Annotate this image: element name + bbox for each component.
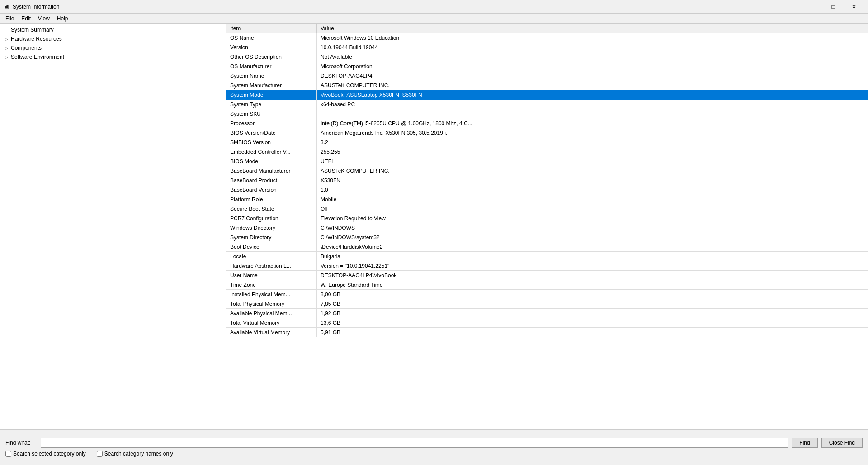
table-row[interactable]: Installed Physical Mem...8,00 GB bbox=[226, 290, 868, 299]
cell-value: 13,6 GB bbox=[317, 318, 868, 328]
cell-item: SMBIOS Version bbox=[226, 138, 317, 147]
cell-value: ASUSTeK COMPUTER INC. bbox=[317, 166, 868, 176]
app-title: System Information bbox=[13, 4, 59, 10]
table-row[interactable]: Available Virtual Memory5,91 GB bbox=[226, 328, 868, 337]
find-button[interactable]: Find bbox=[792, 438, 817, 448]
cell-item: User Name bbox=[226, 271, 317, 280]
cell-value: Microsoft Windows 10 Education bbox=[317, 33, 868, 43]
cell-item: System Type bbox=[226, 100, 317, 109]
menu-help[interactable]: Help bbox=[53, 14, 72, 23]
cell-item: Locale bbox=[226, 252, 317, 261]
checkbox-names-label: Search category names only bbox=[104, 451, 173, 457]
checkbox-row: Search selected category only Search cat… bbox=[5, 451, 863, 457]
table-row[interactable]: BaseBoard ManufacturerASUSTeK COMPUTER I… bbox=[226, 166, 868, 176]
table-row[interactable]: Time ZoneW. Europe Standard Time bbox=[226, 280, 868, 290]
table-row[interactable]: Platform RoleMobile bbox=[226, 195, 868, 204]
cell-item: Time Zone bbox=[226, 280, 317, 290]
cell-item: System SKU bbox=[226, 109, 317, 119]
sidebar-label-system-summary: System Summary bbox=[11, 27, 54, 33]
table-row[interactable]: Total Physical Memory7,85 GB bbox=[226, 299, 868, 309]
table-row[interactable]: Embedded Controller V...255.255 bbox=[226, 147, 868, 157]
table-row[interactable]: System Typex64-based PC bbox=[226, 100, 868, 109]
cell-value: X530FN bbox=[317, 176, 868, 185]
sidebar-label-software-environment: Software Environment bbox=[11, 54, 64, 60]
close-find-button[interactable]: Close Find bbox=[821, 438, 863, 448]
table-row[interactable]: System DirectoryC:\WINDOWS\system32 bbox=[226, 233, 868, 242]
find-label: Find what: bbox=[5, 440, 37, 446]
table-row[interactable]: System SKU bbox=[226, 109, 868, 119]
table-row[interactable]: Secure Boot StateOff bbox=[226, 204, 868, 214]
close-button[interactable]: ✕ bbox=[844, 0, 864, 14]
table-row[interactable]: System NameDESKTOP-AAO4LP4 bbox=[226, 71, 868, 81]
table-row[interactable]: BIOS ModeUEFI bbox=[226, 157, 868, 166]
table-row[interactable]: OS ManufacturerMicrosoft Corporation bbox=[226, 62, 868, 71]
cell-value: Off bbox=[317, 204, 868, 214]
checkbox-category-names[interactable]: Search category names only bbox=[97, 451, 173, 457]
table-row[interactable]: SMBIOS Version3.2 bbox=[226, 138, 868, 147]
expand-icon-software: ▷ bbox=[3, 53, 10, 61]
table-row[interactable]: System ManufacturerASUSTeK COMPUTER INC. bbox=[226, 81, 868, 90]
cell-value: Version = "10.0.19041.2251" bbox=[317, 261, 868, 271]
table-row[interactable]: Version10.0.19044 Build 19044 bbox=[226, 43, 868, 52]
table-row[interactable]: PCR7 ConfigurationElevation Required to … bbox=[226, 214, 868, 223]
checkbox-selected-input[interactable] bbox=[5, 451, 11, 457]
table-wrapper[interactable]: Item Value OS NameMicrosoft Windows 10 E… bbox=[226, 24, 868, 429]
cell-value: Bulgaria bbox=[317, 252, 868, 261]
cell-value: VivoBook_ASUSLaptop X530FN_S530FN bbox=[317, 90, 868, 100]
sidebar-item-components[interactable]: ▷ Components bbox=[0, 43, 226, 52]
cell-item: PCR7 Configuration bbox=[226, 214, 317, 223]
cell-value: 8,00 GB bbox=[317, 290, 868, 299]
expand-icon-hardware: ▷ bbox=[3, 35, 10, 43]
cell-item: Secure Boot State bbox=[226, 204, 317, 214]
cell-item: Embedded Controller V... bbox=[226, 147, 317, 157]
cell-item: BaseBoard Manufacturer bbox=[226, 166, 317, 176]
table-row[interactable]: Boot Device\Device\HarddiskVolume2 bbox=[226, 242, 868, 252]
table-row[interactable]: Other OS DescriptionNot Available bbox=[226, 52, 868, 62]
table-row[interactable]: Available Physical Mem...1,92 GB bbox=[226, 309, 868, 318]
table-row[interactable]: ProcessorIntel(R) Core(TM) i5-8265U CPU … bbox=[226, 119, 868, 128]
cell-item: Version bbox=[226, 43, 317, 52]
checkbox-selected-label: Search selected category only bbox=[13, 451, 86, 457]
checkbox-names-input[interactable] bbox=[97, 451, 103, 457]
cell-value: UEFI bbox=[317, 157, 868, 166]
cell-item: OS Manufacturer bbox=[226, 62, 317, 71]
cell-value: Elevation Required to View bbox=[317, 214, 868, 223]
cell-value: ASUSTeK COMPUTER INC. bbox=[317, 81, 868, 90]
cell-item: Processor bbox=[226, 119, 317, 128]
table-row[interactable]: User NameDESKTOP-AAO4LP4\VivoBook bbox=[226, 271, 868, 280]
app-icon: 🖥 bbox=[4, 3, 10, 10]
checkbox-selected-category[interactable]: Search selected category only bbox=[5, 451, 86, 457]
minimize-button[interactable]: — bbox=[802, 0, 823, 14]
table-row[interactable]: BaseBoard ProductX530FN bbox=[226, 176, 868, 185]
menu-file[interactable]: File bbox=[2, 14, 18, 23]
cell-item: BaseBoard Version bbox=[226, 185, 317, 195]
sidebar: System Summary ▷ Hardware Resources ▷ Co… bbox=[0, 24, 226, 429]
table-row[interactable]: System ModelVivoBook_ASUSLaptop X530FN_S… bbox=[226, 90, 868, 100]
cell-item: System Directory bbox=[226, 233, 317, 242]
table-row[interactable]: Windows DirectoryC:\WINDOWS bbox=[226, 223, 868, 233]
sidebar-item-system-summary[interactable]: System Summary bbox=[0, 25, 226, 34]
cell-item: Hardware Abstraction L... bbox=[226, 261, 317, 271]
table-row[interactable]: OS NameMicrosoft Windows 10 Education bbox=[226, 33, 868, 43]
cell-item: System Model bbox=[226, 90, 317, 100]
table-row[interactable]: Total Virtual Memory13,6 GB bbox=[226, 318, 868, 328]
cell-value: Mobile bbox=[317, 195, 868, 204]
sidebar-item-hardware-resources[interactable]: ▷ Hardware Resources bbox=[0, 34, 226, 43]
cell-item: BIOS Mode bbox=[226, 157, 317, 166]
sidebar-item-software-environment[interactable]: ▷ Software Environment bbox=[0, 52, 226, 62]
table-row[interactable]: BaseBoard Version1.0 bbox=[226, 185, 868, 195]
bottom-bar: Find what: Find Close Find Search select… bbox=[0, 429, 868, 465]
cell-item: System Manufacturer bbox=[226, 81, 317, 90]
cell-value: 5,91 GB bbox=[317, 328, 868, 337]
table-row[interactable]: BIOS Version/DateAmerican Megatrends Inc… bbox=[226, 128, 868, 138]
menu-edit[interactable]: Edit bbox=[18, 14, 34, 23]
cell-value: Microsoft Corporation bbox=[317, 62, 868, 71]
cell-value: DESKTOP-AAO4LP4\VivoBook bbox=[317, 271, 868, 280]
cell-item: BaseBoard Product bbox=[226, 176, 317, 185]
table-row[interactable]: Hardware Abstraction L...Version = "10.0… bbox=[226, 261, 868, 271]
menu-view[interactable]: View bbox=[34, 14, 53, 23]
table-row[interactable]: LocaleBulgaria bbox=[226, 252, 868, 261]
find-input[interactable] bbox=[41, 438, 788, 448]
cell-value: W. Europe Standard Time bbox=[317, 280, 868, 290]
maximize-button[interactable]: □ bbox=[823, 0, 844, 14]
